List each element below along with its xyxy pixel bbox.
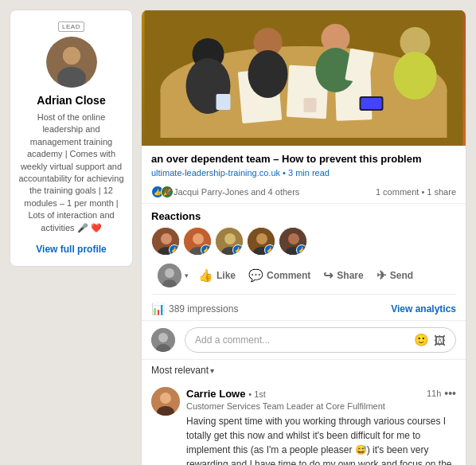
comments-shares: 1 comment • 1 share	[376, 187, 456, 197]
comment-bubble: Carrie Lowe • 1st 11h ••• Customer Servi…	[186, 387, 456, 465]
svg-point-27	[193, 233, 204, 244]
post-image	[142, 10, 466, 146]
comment-menu-icon[interactable]: •••	[444, 387, 456, 400]
impressions-row: 📊 389 impressions View analytics	[142, 298, 466, 321]
commenter-badge: • 1st	[248, 389, 266, 399]
page-container: LEAD Adrian Close Host of the online lea…	[10, 10, 466, 465]
reaction-icon-3: 👍	[232, 244, 244, 256]
send-icon: ✈	[377, 268, 387, 283]
sort-chevron-icon: ▾	[210, 366, 214, 375]
comment-user-avatar	[151, 328, 175, 352]
commenter-title: Customer Services Team Leader at Core Fu…	[186, 401, 456, 411]
post-title: an over dependent team – How to prevent …	[151, 152, 456, 166]
post-meta: 👍 🎉 Jacqui Parry-Jones and 4 others 1 co…	[142, 181, 466, 204]
share-label: Share	[337, 270, 363, 281]
like-icon: 👍	[198, 268, 213, 283]
svg-point-39	[165, 268, 174, 278]
actions-bar: ▾ 👍 Like 💬 Comment ↪ Share ✈ Send	[151, 262, 456, 295]
sort-row[interactable]: Most relevant ▾	[142, 360, 466, 381]
reaction-avatar-4: 👍	[247, 227, 275, 256]
send-label: Send	[390, 270, 413, 281]
svg-point-33	[256, 233, 267, 244]
reactions-summary: Jacqui Parry-Jones and 4 others	[174, 187, 299, 197]
reactions-section: Reactions 👍 👍 👍 👍	[142, 204, 466, 298]
comment-icon: 💬	[248, 268, 263, 283]
like-label: Like	[217, 270, 236, 281]
impressions-left: 📊 389 impressions	[151, 303, 238, 315]
svg-point-42	[158, 333, 168, 342]
reaction-avatar-3: 👍	[215, 227, 244, 256]
comment-text: Having spent time with you working throu…	[186, 414, 456, 465]
svg-point-36	[288, 233, 299, 244]
comment-input-field[interactable]: Add a comment... 🙂 🖼	[185, 327, 456, 353]
comment-input-row: Add a comment... 🙂 🖼	[142, 321, 466, 360]
comment-input-icons: 🙂 🖼	[414, 333, 446, 347]
emoji-icon[interactable]: 🙂	[414, 333, 429, 347]
reaction-avatar-2: 👍	[183, 227, 212, 256]
profile-bio: Host of the online leadership and manage…	[18, 111, 124, 234]
comment-avatar	[151, 387, 180, 416]
reaction-icon-4: 👍	[264, 244, 275, 256]
post-meta-left: 👍 🎉 Jacqui Parry-Jones and 4 others	[151, 186, 299, 198]
comment-label: Comment	[267, 270, 310, 281]
impressions-count: 389 impressions	[169, 303, 238, 315]
comment-button[interactable]: 💬 Comment	[242, 264, 317, 287]
avatar-chevron-icon: ▾	[185, 272, 189, 279]
reactions-avatars: 👍 👍 👍 👍 👍	[151, 227, 456, 256]
svg-point-24	[161, 233, 172, 244]
svg-point-13	[248, 50, 288, 98]
reaction-celebrate-icon: 🎉	[161, 186, 174, 198]
comment-timestamp: 11h	[427, 389, 441, 398]
commenter-name: Carrie Lowe	[186, 388, 245, 400]
reaction-faces: 👍 🎉	[151, 186, 170, 198]
user-avatar-small	[158, 264, 181, 287]
comment-time: 11h •••	[427, 387, 456, 400]
svg-point-18	[394, 52, 437, 100]
reaction-icon-2: 👍	[201, 244, 212, 256]
view-analytics-link[interactable]: View analytics	[391, 303, 456, 315]
view-profile-link[interactable]: View full profile	[36, 244, 106, 255]
svg-rect-22	[361, 98, 382, 109]
comment-author: Carrie Lowe • 1st	[186, 387, 266, 400]
svg-rect-19	[217, 94, 231, 110]
reactions-label: Reactions	[151, 210, 456, 222]
post-title-area: an over dependent team – How to prevent …	[142, 146, 466, 181]
profile-card: LEAD Adrian Close Host of the online lea…	[10, 10, 133, 267]
reaction-avatar-1: 👍	[151, 227, 180, 256]
like-button[interactable]: 👍 Like	[192, 264, 242, 287]
feed-card: an over dependent team – How to prevent …	[141, 10, 466, 465]
share-icon: ↪	[323, 268, 334, 283]
svg-point-3	[63, 47, 80, 64]
bar-chart-icon: 📊	[151, 303, 165, 315]
svg-rect-20	[304, 98, 317, 112]
lead-badge: LEAD	[58, 21, 84, 32]
avatar-dropdown[interactable]: ▾	[158, 264, 189, 287]
comment-header: Carrie Lowe • 1st 11h •••	[186, 387, 456, 400]
reaction-icon-1: 👍	[169, 244, 180, 256]
svg-point-45	[160, 393, 171, 404]
svg-point-30	[224, 233, 236, 244]
reaction-avatar-5: 👍	[279, 227, 307, 256]
comment-section: Carrie Lowe • 1st 11h ••• Customer Servi…	[142, 381, 466, 465]
profile-name: Adrian Close	[37, 94, 105, 107]
post-source: ultimate-leadership-training.co.uk • 3 m…	[151, 168, 456, 178]
share-button[interactable]: ↪ Share	[317, 264, 369, 287]
sort-label: Most relevant	[151, 365, 209, 376]
image-icon[interactable]: 🖼	[434, 334, 446, 347]
profile-avatar	[46, 37, 97, 88]
send-button[interactable]: ✈ Send	[370, 264, 419, 287]
comment-placeholder: Add a comment...	[195, 334, 270, 346]
reaction-icon-5: 👍	[296, 244, 307, 256]
